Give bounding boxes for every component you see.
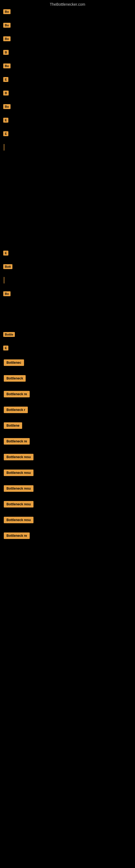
list-item: B [2, 48, 133, 56]
item-btn-4[interactable]: B [3, 50, 9, 55]
item-btn-20[interactable]: Bottlene [4, 422, 22, 429]
list-item: Bottleneck re [2, 531, 133, 541]
bottleneck-result-3[interactable]: Bottleneck resu [4, 485, 34, 492]
list-item: Bottleneck re [2, 389, 133, 399]
list-item: Bo [2, 290, 133, 298]
list-item: B [2, 89, 133, 97]
list-item: E [2, 344, 133, 352]
item-btn-3[interactable]: Bo [3, 36, 10, 41]
list-item: Bo [2, 8, 133, 16]
list-item: Bottleneck resu [2, 484, 133, 494]
list-item: Bottlenec [2, 358, 133, 368]
item-btn-9[interactable]: E [3, 118, 8, 123]
list-item: E [2, 75, 133, 84]
item-btn-15[interactable]: E [3, 346, 8, 350]
list-item: Bo [2, 62, 133, 70]
site-title: TheBottlenecker.com [0, 0, 135, 8]
list-item [2, 276, 133, 284]
list-item: Bottleneck resu [2, 452, 133, 462]
list-item: Bottleneck resu [2, 468, 133, 478]
list-item: E [2, 249, 133, 257]
list-item: Bottlene [2, 421, 133, 431]
list-item: Bottleneck resu [2, 499, 133, 509]
item-btn-18[interactable]: Bottleneck re [4, 391, 30, 397]
item-btn-19[interactable]: Bottleneck r [4, 407, 28, 413]
list-item: E [2, 130, 133, 138]
item-btn-1[interactable]: Bo [3, 9, 10, 14]
item-btn-17[interactable]: Bottleneck [4, 375, 26, 382]
list-item: Bottleneck [2, 373, 133, 383]
item-btn-5[interactable]: Bo [3, 63, 10, 68]
bottleneck-result-5[interactable]: Bottleneck resu [4, 517, 34, 523]
item-btn-8[interactable]: Bo [3, 104, 10, 109]
list-item: Bo [2, 102, 133, 111]
list-item: Bo [2, 35, 133, 43]
bottleneck-result-6[interactable]: Bottleneck re [4, 532, 30, 539]
item-btn-12[interactable]: Bott [3, 264, 12, 269]
item-btn-11[interactable]: E [3, 251, 8, 255]
item-btn-13[interactable]: Bo [3, 291, 10, 296]
item-btn-16[interactable]: Bottlenec [4, 360, 24, 366]
list-item: Bottleneck re [2, 436, 133, 446]
list-item: E [2, 116, 133, 124]
item-btn-2[interactable]: Bo [3, 23, 10, 28]
list-item: Bottleneck resu [2, 515, 133, 525]
bottleneck-result-2[interactable]: Bottleneck resu [4, 469, 34, 476]
list-item: Bott [2, 262, 133, 271]
list-item: Bottleneck r [2, 405, 133, 415]
bottleneck-result-4[interactable]: Bottleneck resu [4, 501, 34, 507]
bottleneck-result-1[interactable]: Bottleneck resu [4, 454, 34, 460]
list-item: Bo [2, 21, 133, 29]
item-btn-6[interactable]: E [3, 77, 8, 82]
item-btn-14[interactable]: Bottle [3, 332, 15, 337]
item-btn-7[interactable]: B [3, 91, 9, 95]
vertical-line-1 [4, 144, 4, 151]
item-btn-10[interactable]: E [3, 131, 8, 136]
list-item [2, 143, 133, 151]
list-item: Bottle [2, 330, 133, 339]
item-btn-21[interactable]: Bottleneck re [4, 438, 30, 444]
vertical-line-2 [4, 277, 4, 283]
